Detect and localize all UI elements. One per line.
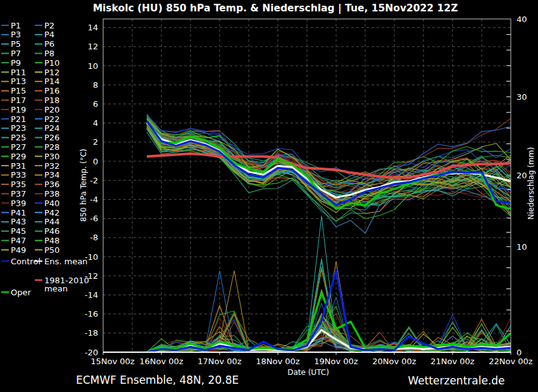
- legend-member-label: P22: [44, 114, 59, 124]
- legend-member-label: P17: [11, 95, 26, 105]
- legend-member-label: P40: [44, 199, 59, 208]
- legend-member-label: P38: [44, 189, 59, 199]
- temp-tick-label: -16: [85, 309, 98, 319]
- legend-member-label: P48: [44, 236, 59, 245]
- legend-member-label: P1: [11, 21, 21, 30]
- precip-tick-label: 40: [516, 15, 527, 24]
- legend-member-label: P7: [11, 49, 21, 58]
- legend-ens-mean-label: Ens. mean: [44, 257, 87, 266]
- legend-member-label: P44: [44, 217, 59, 226]
- legend-member-label: P47: [11, 236, 26, 245]
- date-tick-label: 22Nov 00z: [489, 357, 533, 366]
- legend-member-label: P12: [44, 68, 59, 77]
- precip-tick-label: 0: [516, 348, 522, 357]
- legend-member-label: P50: [44, 245, 59, 255]
- legend-member-label: P43: [11, 217, 26, 226]
- x-axis-label: Date (UTC): [287, 368, 329, 377]
- legend-member-label: P11: [11, 68, 26, 77]
- legend-member-label: P21: [11, 114, 26, 124]
- legend-member-label: P4: [44, 30, 54, 39]
- precip-tick-label: 20: [516, 171, 527, 180]
- legend-member-label: P24: [44, 123, 59, 133]
- meteogram-page: 14121086420-2-4-6-8-10-12-14-16-18-20403…: [0, 0, 538, 392]
- legend-member-label: P10: [44, 58, 59, 68]
- temp-tick-label: 8: [93, 80, 98, 90]
- legend-member-label: P8: [44, 49, 54, 58]
- legend-member-label: P6: [44, 39, 54, 49]
- legend-member-label: P2: [44, 21, 54, 30]
- series-layer: [147, 114, 511, 352]
- legend-member-label: P14: [44, 77, 59, 86]
- temp-tick-label: -14: [85, 290, 98, 300]
- temp-tick-label: 14: [87, 23, 98, 32]
- temp-tick-label: 10: [87, 61, 98, 71]
- date-tick-label: 21Nov 00z: [430, 357, 475, 366]
- temp-tick-label: -6: [90, 214, 98, 223]
- temp-tick-label: 0: [93, 157, 98, 166]
- legend-member-label: P36: [44, 180, 59, 189]
- temp-tick-label: -4: [90, 195, 98, 204]
- temp-tick-label: -20: [85, 348, 98, 357]
- legend-member-label: P42: [44, 208, 59, 217]
- legend-member-label: P28: [44, 142, 59, 152]
- member-temp-line: [147, 126, 511, 186]
- y-left-axis-label: 850 hPa Temp. (°C): [79, 149, 88, 222]
- legend-member-label: P35: [11, 180, 26, 189]
- temp-tick-label: -8: [90, 233, 98, 242]
- legend-member-label: P15: [11, 86, 26, 95]
- legend-member-label: P20: [44, 105, 59, 114]
- legend: P1P2P3P4P5P6P7P8P9P10P11P12P13P14P15P16P…: [1, 21, 89, 297]
- legend-member-label: P23: [11, 123, 26, 133]
- date-tick-label: 18Nov 00z: [256, 357, 300, 366]
- legend-member-label: P33: [11, 170, 26, 180]
- footer-source: ECMWF Ensemble, 48N, 20.8E: [76, 374, 239, 386]
- temp-tick-label: 4: [93, 118, 98, 128]
- legend-member-label: P25: [11, 133, 26, 142]
- temp-tick-label: -18: [85, 328, 98, 338]
- legend-member-label: P41: [11, 208, 26, 217]
- date-tick-label: 17Nov 00z: [197, 357, 242, 366]
- legend-member-label: P34: [44, 170, 59, 180]
- legend-member-label: P30: [44, 152, 59, 161]
- temp-tick-label: 6: [93, 99, 98, 109]
- legend-member-label: P27: [11, 142, 26, 152]
- legend-member-label: P19: [11, 105, 26, 114]
- legend-member-label: P5: [11, 39, 21, 49]
- footer-brand: Wetterzentrale.de: [408, 374, 504, 387]
- legend-member-label: P18: [44, 95, 59, 105]
- date-tick-label: 16Nov 00z: [139, 357, 184, 366]
- date-tick-label: 20Nov 00z: [372, 357, 416, 366]
- legend-member-label: P37: [11, 189, 26, 199]
- legend-member-label: P9: [11, 58, 21, 68]
- legend-member-label: P26: [44, 133, 59, 142]
- date-tick-label: 15Nov 00z: [91, 357, 135, 366]
- temp-tick-label: 12: [87, 42, 98, 51]
- legend-climate-mean-label-line2: mean: [44, 284, 68, 293]
- legend-member-label: P49: [11, 245, 26, 255]
- precip-tick-label: 10: [516, 242, 527, 252]
- legend-member-label: P16: [44, 86, 59, 95]
- date-tick-label: 19Nov 00z: [314, 357, 358, 366]
- legend-member-label: P3: [11, 30, 21, 39]
- y-right-axis-label: Niederschlag (mm): [527, 147, 535, 220]
- legend-member-label: P13: [11, 77, 26, 86]
- precip-tick-label: 30: [516, 92, 527, 102]
- ensemble-meteogram-chart: 14121086420-2-4-6-8-10-12-14-16-18-20403…: [0, 0, 538, 392]
- legend-member-label: P31: [11, 161, 26, 171]
- temp-tick-label: 2: [93, 137, 98, 147]
- legend-member-label: P32: [44, 161, 59, 171]
- legend-member-label: P46: [44, 226, 59, 236]
- legend-oper-label: Oper: [11, 288, 31, 297]
- legend-member-label: P29: [11, 152, 26, 161]
- legend-member-label: P45: [11, 226, 26, 236]
- page-title: Miskolc (HU) 850 hPa Temp. & Niederschla…: [93, 3, 458, 15]
- legend-member-label: P39: [11, 199, 26, 208]
- temp-tick-label: -2: [90, 176, 98, 185]
